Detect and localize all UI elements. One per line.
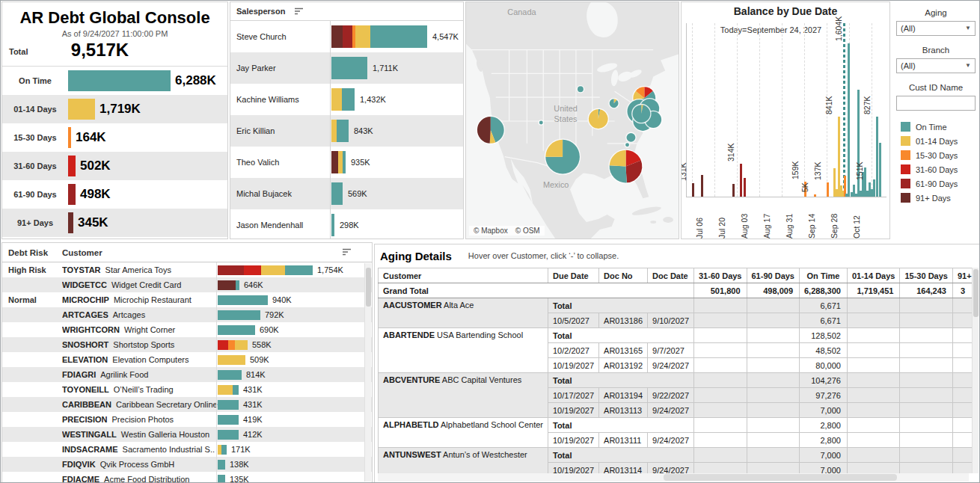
legend-item-d3160[interactable]: 31-60 Days: [901, 162, 980, 176]
bar-segment-ontime[interactable]: [285, 265, 313, 275]
sort-icon[interactable]: [294, 7, 304, 16]
bar-segment-d0114[interactable]: [331, 120, 337, 142]
mapbox-attribution[interactable]: © Mapbox: [474, 227, 508, 235]
customer-row[interactable]: High RiskTOYSTARStar America Toys1,754K: [2, 262, 372, 277]
salesperson-row[interactable]: Theo Valich935K: [230, 147, 463, 178]
map-pie-slice-ontime[interactable]: [610, 165, 627, 182]
bar-segment-d0114[interactable]: [218, 385, 233, 395]
bar-segment-d0114[interactable]: [235, 340, 248, 350]
customer-row[interactable]: FDIQVIKQvik Process GmbH138K: [2, 457, 372, 472]
salesperson-row[interactable]: Michal Bujacek569K: [230, 178, 463, 209]
bar-segment-ontime[interactable]: [331, 57, 367, 79]
customer-row[interactable]: PRECISIONPrecision Photos419K: [2, 412, 372, 427]
bar-segment-ontime[interactable]: [233, 385, 239, 395]
bar-segment-ontime[interactable]: [218, 430, 239, 440]
bar-segment-d3160[interactable]: [244, 265, 261, 275]
salesperson-row[interactable]: Kachine Williams1,432K: [230, 84, 463, 115]
due-date-bar-d1530[interactable]: [814, 194, 816, 197]
customer-row[interactable]: ELEVATIONElevation Computers509K: [2, 352, 372, 367]
customer-cell[interactable]: ALPHABETLD Alphabetland School Center: [379, 418, 548, 448]
customer-total-row[interactable]: ABCVENTURE ABC Capital VenturesTotal104,…: [379, 373, 973, 388]
salesperson-row[interactable]: Jay Parker1,711K: [230, 52, 463, 84]
customer-total-row[interactable]: ANTUNSWEST Antun’s of WestchesterTotal7,…: [379, 448, 973, 463]
legend-item-d0114[interactable]: 01-14 Days: [901, 134, 980, 148]
bar-segment-d1530[interactable]: [68, 127, 71, 148]
column-header[interactable]: On Time: [800, 268, 848, 283]
customer-row[interactable]: TOYONEILLO’Neill’s Trading431K: [2, 382, 372, 397]
due-date-bar-d6190[interactable]: [740, 164, 742, 197]
salesperson-row[interactable]: Steve Church4,547K: [230, 21, 463, 52]
map-pie-slice-ontime[interactable]: [610, 99, 619, 108]
due-date-bar-ontime[interactable]: [873, 179, 875, 197]
map-pie-slice-ontime[interactable]: [539, 120, 543, 124]
due-date-bar-ontime[interactable]: [879, 143, 881, 197]
map-pie-slice-ontime[interactable]: [626, 133, 635, 142]
customer-cell[interactable]: ABCVENTURE ABC Capital Ventures: [379, 373, 548, 418]
column-header[interactable]: Due Date: [548, 268, 599, 283]
bar-segment-ontime[interactable]: [68, 70, 171, 91]
cust-id-name-input[interactable]: [896, 96, 976, 111]
vertical-scrollbar[interactable]: [972, 268, 979, 473]
due-date-bar-ontime[interactable]: [876, 117, 878, 197]
customer-row[interactable]: INDSACRAMESacramento Industrial S..171K: [2, 442, 372, 457]
sort-icon[interactable]: [342, 248, 352, 256]
bar-segment-d0114[interactable]: [218, 355, 245, 365]
column-header[interactable]: 01-14 Days: [847, 268, 900, 283]
due-date-bar-d91[interactable]: [701, 175, 703, 197]
bar-segment-ontime[interactable]: [218, 400, 239, 410]
customer-row[interactable]: WIDGETCCWidget Credit Card646K: [2, 277, 372, 292]
bar-segment-d6190[interactable]: [218, 265, 244, 275]
customer-row[interactable]: CARIBBEANCaribbean Secretary Online431K: [2, 397, 372, 412]
bar-segment-ontime[interactable]: [331, 182, 343, 205]
due-date-bar-d91[interactable]: [732, 184, 735, 197]
legend-item-ontime[interactable]: On Time: [901, 120, 980, 134]
vertical-scrollbar[interactable]: [364, 263, 371, 482]
bar-segment-d6190[interactable]: [68, 184, 76, 205]
column-header[interactable]: 15-30 Days: [900, 268, 953, 283]
salesperson-row[interactable]: Eric Killian843K: [230, 115, 463, 147]
bar-segment-ontime[interactable]: [218, 325, 255, 335]
customer-row[interactable]: SNOSHORTShortstop Sports558K: [2, 337, 372, 352]
map-pie-slice-ontime[interactable]: [625, 143, 629, 147]
column-header[interactable]: Doc Date: [648, 268, 694, 283]
salesperson-row[interactable]: Jason Mendenhall298K: [230, 209, 463, 239]
bar-segment-ontime[interactable]: [218, 460, 225, 470]
bar-segment-d91[interactable]: [331, 151, 338, 173]
bar-segment-ontime[interactable]: [236, 280, 239, 290]
bar-segment-ontime[interactable]: [342, 88, 355, 111]
column-header[interactable]: 31-60 Days: [694, 268, 747, 283]
due-date-bar-d0114[interactable]: [838, 117, 840, 197]
legend-item-d1530[interactable]: 15-30 Days: [901, 148, 980, 162]
osm-attribution[interactable]: © OSM: [515, 227, 540, 235]
bar-segment-d91[interactable]: [331, 25, 343, 48]
bar-segment-d6190[interactable]: [343, 25, 352, 48]
bar-segment-ontime[interactable]: [218, 475, 225, 483]
summary-row[interactable]: 61-90 Days498K: [2, 180, 227, 209]
bar-segment-ontime[interactable]: [343, 151, 346, 173]
customer-cell[interactable]: ANTUNSWEST Antun’s of Westchester: [379, 448, 548, 474]
customer-total-row[interactable]: AACUSTOMER Alta AceTotal6,671: [379, 298, 973, 313]
bar-segment-ontime[interactable]: [331, 214, 334, 236]
column-header[interactable]: Doc No: [599, 268, 648, 283]
bar-segment-d1530[interactable]: [228, 340, 235, 350]
bar-segment-ontime[interactable]: [218, 415, 239, 425]
legend-item-d91[interactable]: 91+ Days: [901, 191, 980, 205]
bar-segment-d0114[interactable]: [331, 88, 342, 111]
bar-segment-d0114[interactable]: [68, 99, 95, 120]
horizontal-scrollbar[interactable]: [378, 473, 969, 482]
customer-row[interactable]: NormalMICROCHIPMicrochip Restaurant940K: [2, 292, 372, 307]
bar-segment-ontime[interactable]: [218, 310, 260, 320]
bar-segment-ontime[interactable]: [218, 370, 242, 380]
bar-segment-ontime[interactable]: [221, 445, 227, 455]
branch-filter-dropdown[interactable]: (All) ▼: [896, 58, 976, 73]
customer-cell[interactable]: AACUSTOMER Alta Ace: [379, 298, 548, 328]
bar-segment-ontime[interactable]: [337, 120, 349, 142]
grand-total-row[interactable]: Grand Total501,800498,0096,288,3001,719,…: [379, 283, 973, 298]
bar-segment-ontime[interactable]: [370, 25, 427, 48]
summary-row[interactable]: 01-14 Days1,719K: [2, 95, 227, 123]
due-date-bar-ontime[interactable]: [857, 90, 860, 197]
customer-total-row[interactable]: ALPHABETLD Alphabetland School CenterTot…: [379, 418, 973, 433]
summary-row[interactable]: 15-30 Days164K: [2, 123, 227, 152]
aging-filter-dropdown[interactable]: (All) ▼: [896, 21, 976, 36]
map-pie-slice-ontime[interactable]: [578, 86, 584, 92]
